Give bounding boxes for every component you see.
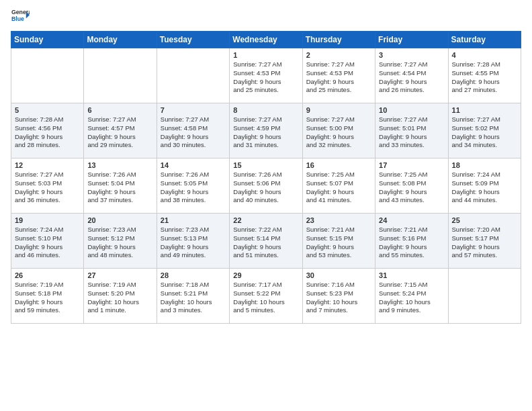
week-row-5: 26Sunrise: 7:19 AMSunset: 5:18 PMDayligh… (11, 269, 521, 324)
calendar-cell: 30Sunrise: 7:16 AMSunset: 5:23 PMDayligh… (302, 269, 375, 324)
day-number: 30 (306, 271, 371, 279)
calendar-cell: 12Sunrise: 7:27 AMSunset: 5:03 PMDayligh… (11, 158, 84, 214)
day-info: Sunrise: 7:15 AMSunset: 5:24 PMDaylight:… (379, 281, 444, 315)
day-info: Sunrise: 7:26 AMSunset: 5:05 PMDaylight:… (161, 171, 226, 205)
day-number: 3 (379, 51, 444, 59)
calendar-cell: 20Sunrise: 7:23 AMSunset: 5:12 PMDayligh… (84, 214, 157, 269)
day-info: Sunrise: 7:27 AMSunset: 4:59 PMDaylight:… (233, 116, 298, 150)
day-number: 29 (233, 271, 298, 279)
calendar-cell: 27Sunrise: 7:19 AMSunset: 5:20 PMDayligh… (84, 269, 157, 324)
day-info: Sunrise: 7:25 AMSunset: 5:08 PMDaylight:… (379, 171, 444, 205)
calendar-cell: 1Sunrise: 7:27 AMSunset: 4:53 PMDaylight… (230, 48, 302, 103)
day-number: 17 (379, 161, 444, 169)
day-info: Sunrise: 7:24 AMSunset: 5:10 PMDaylight:… (15, 226, 80, 260)
calendar-cell: 10Sunrise: 7:27 AMSunset: 5:01 PMDayligh… (375, 103, 448, 158)
day-info: Sunrise: 7:18 AMSunset: 5:21 PMDaylight:… (161, 281, 226, 315)
calendar-cell: 31Sunrise: 7:15 AMSunset: 5:24 PMDayligh… (375, 269, 448, 324)
logo: General Blue (11, 7, 32, 26)
svg-text:Blue: Blue (11, 15, 24, 22)
calendar-cell: 17Sunrise: 7:25 AMSunset: 5:08 PMDayligh… (375, 158, 448, 214)
calendar-cell: 24Sunrise: 7:21 AMSunset: 5:16 PMDayligh… (375, 214, 448, 269)
calendar-cell: 22Sunrise: 7:22 AMSunset: 5:14 PMDayligh… (230, 214, 302, 269)
calendar-cell: 8Sunrise: 7:27 AMSunset: 4:59 PMDaylight… (230, 103, 302, 158)
weekday-header-sunday: Sunday (11, 32, 84, 48)
calendar-cell: 2Sunrise: 7:27 AMSunset: 4:53 PMDaylight… (302, 48, 375, 103)
day-info: Sunrise: 7:26 AMSunset: 5:04 PMDaylight:… (87, 171, 152, 205)
day-info: Sunrise: 7:23 AMSunset: 5:13 PMDaylight:… (161, 226, 226, 260)
day-info: Sunrise: 7:27 AMSunset: 4:57 PMDaylight:… (87, 116, 152, 150)
day-number: 31 (379, 271, 444, 279)
calendar-cell: 7Sunrise: 7:27 AMSunset: 4:58 PMDaylight… (157, 103, 229, 158)
day-number: 26 (15, 271, 80, 279)
weekday-header-saturday: Saturday (448, 32, 521, 48)
day-number: 24 (379, 216, 444, 224)
weekday-header-friday: Friday (375, 32, 448, 48)
day-info: Sunrise: 7:28 AMSunset: 4:55 PMDaylight:… (452, 60, 517, 95)
week-row-1: 1Sunrise: 7:27 AMSunset: 4:53 PMDaylight… (11, 48, 521, 103)
day-info: Sunrise: 7:16 AMSunset: 5:23 PMDaylight:… (306, 281, 371, 315)
day-info: Sunrise: 7:27 AMSunset: 5:01 PMDaylight:… (379, 116, 444, 150)
calendar-cell (448, 269, 521, 324)
day-info: Sunrise: 7:27 AMSunset: 5:02 PMDaylight:… (452, 116, 517, 150)
calendar-cell (11, 48, 84, 103)
day-info: Sunrise: 7:21 AMSunset: 5:16 PMDaylight:… (379, 226, 444, 260)
day-number: 4 (452, 51, 517, 59)
day-number: 19 (15, 216, 80, 224)
calendar-cell: 4Sunrise: 7:28 AMSunset: 4:55 PMDaylight… (448, 48, 521, 103)
day-number: 16 (306, 161, 371, 169)
day-info: Sunrise: 7:25 AMSunset: 5:07 PMDaylight:… (306, 171, 371, 205)
day-number: 18 (452, 161, 517, 169)
day-info: Sunrise: 7:26 AMSunset: 5:06 PMDaylight:… (233, 171, 298, 205)
calendar-cell: 16Sunrise: 7:25 AMSunset: 5:07 PMDayligh… (302, 158, 375, 214)
day-info: Sunrise: 7:27 AMSunset: 4:53 PMDaylight:… (233, 60, 298, 95)
day-info: Sunrise: 7:20 AMSunset: 5:17 PMDaylight:… (452, 226, 517, 260)
calendar-cell: 28Sunrise: 7:18 AMSunset: 5:21 PMDayligh… (157, 269, 229, 324)
day-info: Sunrise: 7:27 AMSunset: 4:53 PMDaylight:… (306, 60, 371, 95)
day-number: 9 (306, 106, 371, 114)
day-info: Sunrise: 7:24 AMSunset: 5:09 PMDaylight:… (452, 171, 517, 205)
calendar-cell: 5Sunrise: 7:28 AMSunset: 4:56 PMDaylight… (11, 103, 84, 158)
calendar-cell: 19Sunrise: 7:24 AMSunset: 5:10 PMDayligh… (11, 214, 84, 269)
calendar-cell: 23Sunrise: 7:21 AMSunset: 5:15 PMDayligh… (302, 214, 375, 269)
calendar-cell: 13Sunrise: 7:26 AMSunset: 5:04 PMDayligh… (84, 158, 157, 214)
day-number: 14 (161, 161, 226, 169)
calendar-table: SundayMondayTuesdayWednesdayThursdayFrid… (11, 31, 521, 324)
day-info: Sunrise: 7:21 AMSunset: 5:15 PMDaylight:… (306, 226, 371, 260)
day-info: Sunrise: 7:27 AMSunset: 5:03 PMDaylight:… (15, 171, 80, 205)
day-number: 10 (379, 106, 444, 114)
day-number: 21 (161, 216, 226, 224)
header: General Blue (11, 7, 521, 26)
calendar-cell: 11Sunrise: 7:27 AMSunset: 5:02 PMDayligh… (448, 103, 521, 158)
weekday-header-thursday: Thursday (302, 32, 375, 48)
day-info: Sunrise: 7:27 AMSunset: 4:58 PMDaylight:… (161, 116, 226, 150)
weekday-header-wednesday: Wednesday (230, 32, 302, 48)
calendar-cell: 14Sunrise: 7:26 AMSunset: 5:05 PMDayligh… (157, 158, 229, 214)
calendar-cell: 25Sunrise: 7:20 AMSunset: 5:17 PMDayligh… (448, 214, 521, 269)
calendar-cell (157, 48, 229, 103)
day-info: Sunrise: 7:22 AMSunset: 5:14 PMDaylight:… (233, 226, 298, 260)
day-number: 8 (233, 106, 298, 114)
day-info: Sunrise: 7:27 AMSunset: 5:00 PMDaylight:… (306, 116, 371, 150)
calendar-cell: 21Sunrise: 7:23 AMSunset: 5:13 PMDayligh… (157, 214, 229, 269)
calendar-cell: 3Sunrise: 7:27 AMSunset: 4:54 PMDaylight… (375, 48, 448, 103)
day-number: 28 (161, 271, 226, 279)
day-number: 12 (15, 161, 80, 169)
week-row-2: 5Sunrise: 7:28 AMSunset: 4:56 PMDaylight… (11, 103, 521, 158)
calendar-cell: 15Sunrise: 7:26 AMSunset: 5:06 PMDayligh… (230, 158, 302, 214)
day-info: Sunrise: 7:17 AMSunset: 5:22 PMDaylight:… (233, 281, 298, 315)
day-number: 6 (87, 106, 152, 114)
day-number: 13 (87, 161, 152, 169)
weekday-header-monday: Monday (84, 32, 157, 48)
calendar-cell: 6Sunrise: 7:27 AMSunset: 4:57 PMDaylight… (84, 103, 157, 158)
day-number: 27 (87, 271, 152, 279)
calendar-cell: 18Sunrise: 7:24 AMSunset: 5:09 PMDayligh… (448, 158, 521, 214)
day-info: Sunrise: 7:27 AMSunset: 4:54 PMDaylight:… (379, 60, 444, 95)
day-number: 15 (233, 161, 298, 169)
calendar-cell: 9Sunrise: 7:27 AMSunset: 5:00 PMDaylight… (302, 103, 375, 158)
weekday-header-row: SundayMondayTuesdayWednesdayThursdayFrid… (11, 32, 521, 48)
day-info: Sunrise: 7:19 AMSunset: 5:20 PMDaylight:… (87, 281, 152, 315)
calendar-cell: 26Sunrise: 7:19 AMSunset: 5:18 PMDayligh… (11, 269, 84, 324)
day-number: 25 (452, 216, 517, 224)
week-row-3: 12Sunrise: 7:27 AMSunset: 5:03 PMDayligh… (11, 158, 521, 214)
day-number: 11 (452, 106, 517, 114)
